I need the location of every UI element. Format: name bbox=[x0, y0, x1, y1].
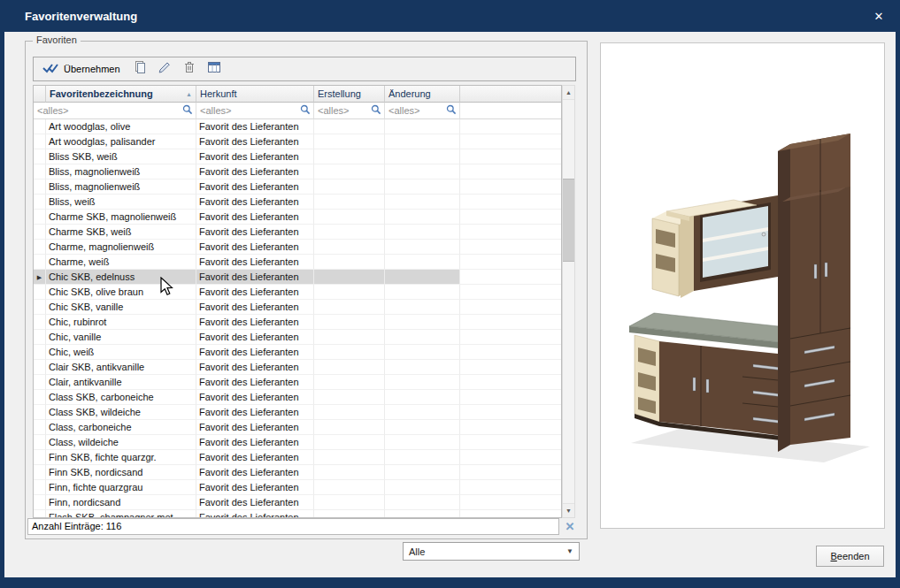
filter-origin[interactable]: <alles> bbox=[196, 103, 314, 119]
search-icon bbox=[446, 104, 457, 117]
row-created bbox=[314, 240, 385, 255]
row-changed bbox=[385, 510, 460, 518]
copy-button[interactable] bbox=[129, 59, 150, 79]
window-title: Favoritenverwaltung bbox=[25, 10, 137, 23]
row-filler bbox=[460, 435, 561, 450]
column-chooser-button[interactable] bbox=[204, 59, 225, 79]
row-created bbox=[314, 435, 385, 450]
scrollbar-down-icon[interactable]: ▼ bbox=[563, 503, 574, 517]
table-row[interactable]: Flash SKB, champagner met. Favorit des L… bbox=[34, 510, 561, 518]
row-marker bbox=[34, 240, 46, 255]
table-row[interactable]: Charme SKB, weiß Favorit des Lieferanten bbox=[34, 225, 561, 240]
beenden-button[interactable]: Beenden bbox=[816, 546, 884, 567]
row-marker bbox=[34, 134, 46, 149]
row-changed bbox=[385, 255, 460, 270]
table-row[interactable]: Chic, weiß Favorit des Lieferanten bbox=[34, 345, 561, 360]
table-row[interactable]: Bliss, magnolienweiß Favorit des Liefera… bbox=[34, 164, 561, 179]
row-marker bbox=[34, 315, 46, 330]
row-filler bbox=[460, 164, 561, 179]
header-herkunft[interactable]: Herkunft bbox=[196, 86, 314, 103]
table-row[interactable]: Bliss SKB, weiß Favorit des Lieferanten bbox=[34, 149, 561, 164]
table-row[interactable]: Charme, magnolienweiß Favorit des Liefer… bbox=[34, 240, 561, 255]
row-origin: Favorit des Lieferanten bbox=[196, 495, 314, 510]
title-bar: Favoritenverwaltung ✕ bbox=[0, 0, 900, 32]
table-row[interactable]: Finn, nordicsand Favorit des Lieferanten bbox=[34, 495, 561, 510]
row-created bbox=[314, 285, 385, 300]
clear-filter-icon[interactable]: ✕ bbox=[562, 518, 578, 535]
table-row[interactable]: Charme, weiß Favorit des Lieferanten bbox=[34, 255, 561, 270]
row-filler bbox=[460, 315, 561, 330]
scope-select-value: Alle bbox=[409, 546, 425, 557]
row-filler bbox=[460, 240, 561, 255]
row-changed bbox=[385, 285, 460, 300]
close-icon[interactable]: ✕ bbox=[868, 6, 889, 26]
search-icon bbox=[371, 104, 381, 117]
row-filler bbox=[460, 375, 561, 390]
apply-button[interactable]: Übernehmen bbox=[41, 60, 126, 78]
edit-button[interactable] bbox=[154, 59, 175, 79]
table-row[interactable]: Finn, fichte quarzgrau Favorit des Liefe… bbox=[34, 480, 561, 495]
row-marker bbox=[34, 149, 46, 164]
row-name: Chic SKB, olive braun bbox=[46, 285, 196, 300]
favorites-dialog: Favoritenverwaltung ✕ Favoriten Übernehm… bbox=[0, 0, 900, 588]
row-changed bbox=[385, 405, 460, 420]
header-favoritenbezeichnung[interactable]: Favoritenbezeichnung ▲ bbox=[46, 86, 196, 103]
row-filler bbox=[460, 405, 561, 420]
row-created bbox=[314, 480, 385, 495]
table-row[interactable]: Chic SKB, vanille Favorit des Lieferante… bbox=[34, 300, 561, 315]
vertical-scrollbar[interactable]: ▲ ▼ bbox=[562, 85, 575, 518]
table-row[interactable]: ▶ Chic SKB, edelnuss Favorit des Liefera… bbox=[34, 270, 561, 285]
table-row[interactable]: Chic SKB, olive braun Favorit des Liefer… bbox=[34, 285, 561, 300]
favorites-toolbar: Übernehmen bbox=[33, 57, 576, 81]
row-name: Charme SKB, weiß bbox=[46, 225, 196, 240]
row-marker: ▶ bbox=[34, 270, 46, 285]
row-changed bbox=[385, 345, 460, 360]
row-marker bbox=[34, 285, 46, 300]
table-row[interactable]: Art woodglas, olive Favorit des Lieferan… bbox=[34, 119, 561, 134]
row-marker bbox=[34, 435, 46, 450]
row-origin: Favorit des Lieferanten bbox=[196, 510, 314, 518]
row-marker bbox=[34, 360, 46, 375]
row-changed bbox=[385, 360, 460, 375]
table-row[interactable]: Bliss, weiß Favorit des Lieferanten bbox=[34, 195, 561, 210]
delete-button[interactable] bbox=[179, 59, 200, 79]
filter-changed[interactable]: <alles> bbox=[385, 103, 460, 119]
table-row[interactable]: Class, wildeiche Favorit des Lieferanten bbox=[34, 435, 561, 450]
table-row[interactable]: Finn SKB, fichte quarzgr. Favorit des Li… bbox=[34, 450, 561, 465]
table-row[interactable]: Finn SKB, nordicsand Favorit des Liefera… bbox=[34, 465, 561, 480]
row-created bbox=[314, 179, 385, 195]
filter-created[interactable]: <alles> bbox=[314, 103, 385, 119]
row-created bbox=[314, 164, 385, 179]
row-changed bbox=[385, 210, 460, 225]
row-changed bbox=[385, 270, 460, 285]
table-row[interactable]: Bliss, magnolienweiß Favorit des Liefera… bbox=[34, 179, 561, 195]
filter-name[interactable]: <alles> bbox=[34, 103, 196, 119]
row-filler bbox=[460, 345, 561, 360]
table-row[interactable]: Class SKB, wildeiche Favorit des Liefera… bbox=[34, 405, 561, 420]
row-origin: Favorit des Lieferanten bbox=[196, 149, 314, 164]
table-row[interactable]: Class SKB, carboneiche Favorit des Liefe… bbox=[34, 390, 561, 405]
row-filler bbox=[460, 360, 561, 375]
scrollbar-thumb[interactable] bbox=[563, 179, 574, 262]
header-aenderung[interactable]: Änderung bbox=[385, 86, 460, 103]
table-row[interactable]: Class, carboneiche Favorit des Lieferant… bbox=[34, 420, 561, 435]
row-name: Finn SKB, nordicsand bbox=[46, 465, 196, 480]
sort-asc-icon: ▲ bbox=[186, 91, 192, 97]
row-marker bbox=[34, 210, 46, 225]
row-name: Chic SKB, vanille bbox=[46, 300, 196, 315]
table-row[interactable]: Charme SKB, magnolienweiß Favorit des Li… bbox=[34, 210, 561, 225]
header-erstellung[interactable]: Erstellung bbox=[314, 86, 385, 103]
row-filler bbox=[460, 495, 561, 510]
table-row[interactable]: Art woodglas, palisander Favorit des Lie… bbox=[34, 134, 561, 149]
table-row[interactable]: Chic, rubinrot Favorit des Lieferanten bbox=[34, 315, 561, 330]
scrollbar-up-icon[interactable]: ▲ bbox=[563, 86, 574, 100]
row-name: Chic, rubinrot bbox=[46, 315, 196, 330]
row-filler bbox=[460, 285, 561, 300]
table-row[interactable]: Chic, vanille Favorit des Lieferanten bbox=[34, 330, 561, 345]
scope-select[interactable]: Alle ▼ bbox=[403, 542, 580, 561]
table-row[interactable]: Clair SKB, antikvanille Favorit des Lief… bbox=[34, 360, 561, 375]
row-changed bbox=[385, 435, 460, 450]
table-row[interactable]: Clair, antikvanille Favorit des Lieferan… bbox=[34, 375, 561, 390]
row-created bbox=[314, 134, 385, 149]
edit-pencil-icon bbox=[158, 60, 172, 78]
